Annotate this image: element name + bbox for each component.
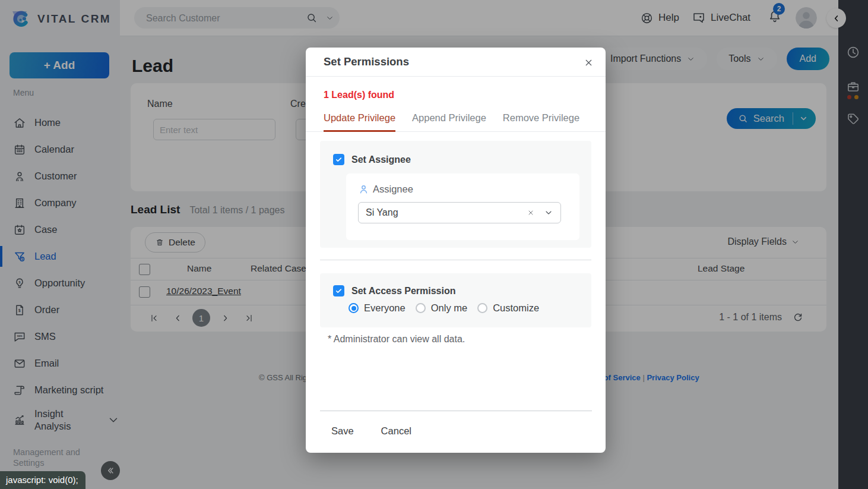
radio-circle [477,303,487,313]
assignee-card: Assignee Si Yang [346,173,579,240]
leads-found-label: 1 Lead(s) found [324,90,588,100]
clear-x-icon [527,209,534,216]
tab-update-privilege[interactable]: Update Privilege [324,112,395,132]
access-permission-options: Everyone Only me Customize [349,302,591,314]
tab-remove-privilege[interactable]: Remove Privilege [503,112,579,131]
set-permissions-modal: Set Permissions 1 Lead(s) found Update P… [306,48,606,453]
set-assignee-section: Set Assignee Assignee Si Yang [320,141,591,248]
chevron-down-icon[interactable] [544,208,553,217]
radio-customize[interactable]: Customize [477,302,539,314]
check-icon [335,287,343,295]
set-assignee-checkbox[interactable] [333,154,344,165]
modal-header: Set Permissions [306,48,606,77]
browser-status-bubble: javascript: void(0); [0,471,85,489]
assignee-selected-value: Si Yang [366,207,527,218]
set-assignee-label: Set Assignee [351,154,411,165]
radio-circle [349,303,359,313]
set-access-permission-label: Set Access Permission [351,286,456,296]
admin-note: * Administrator can view all data. [328,334,606,345]
section-divider [320,260,591,260]
cancel-button[interactable]: Cancel [381,425,411,437]
app-screen: VITAL CRM + Add Menu Home Calendar Custo… [0,0,868,489]
assignee-field-label: Assignee [373,184,413,195]
assignee-person-icon [358,184,369,195]
radio-only-me[interactable]: Only me [416,302,467,314]
tab-append-privilege[interactable]: Append Privilege [412,112,486,131]
save-button[interactable]: Save [331,425,354,437]
modal-buttons: Save Cancel [331,425,411,437]
close-icon [584,58,594,68]
footer-divider [320,411,592,411]
assignee-select[interactable]: Si Yang [358,202,561,223]
modal-tabs: Update Privilege Append Privilege Remove… [306,112,606,132]
set-access-permission-section: Set Access Permission Everyone Only me C… [320,273,591,327]
radio-everyone[interactable]: Everyone [349,302,406,314]
radio-circle [416,303,426,313]
set-access-permission-checkbox[interactable] [333,285,344,296]
check-icon [335,156,343,163]
modal-title: Set Permissions [324,48,409,76]
close-modal-button[interactable] [581,55,596,70]
clear-selection-button[interactable] [527,209,534,216]
